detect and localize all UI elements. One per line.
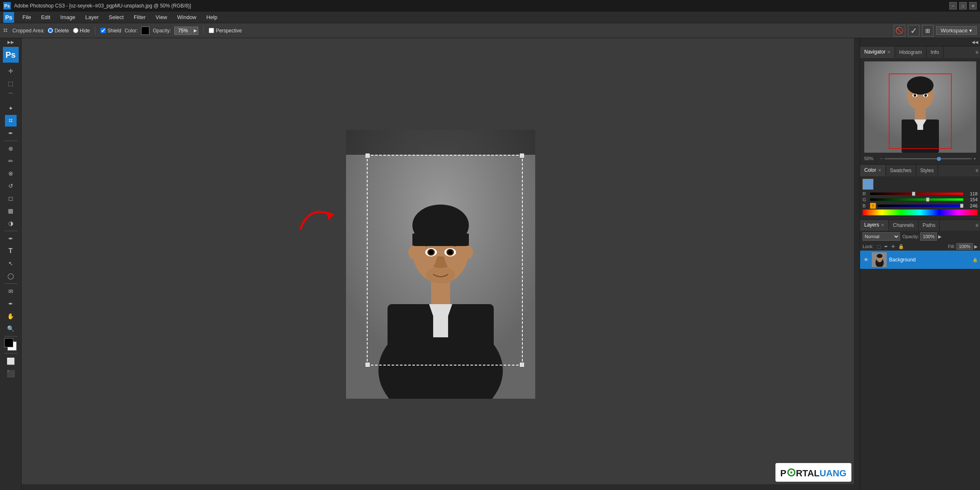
navigator-panel-menu[interactable]: ≡ (975, 49, 978, 55)
tab-color[interactable]: Color ✕ (860, 165, 886, 176)
svg-point-9 (408, 246, 418, 259)
svg-point-16 (448, 250, 452, 254)
opacity-label: Opacity: (153, 28, 171, 34)
menu-help[interactable]: Help (202, 13, 222, 21)
tab-channels[interactable]: Channels (889, 220, 919, 231)
move-tool[interactable]: ✛ (5, 65, 17, 77)
scrollbar-horizontal[interactable] (22, 484, 854, 490)
b-label: B (863, 203, 868, 208)
foreground-background-colors[interactable] (4, 338, 17, 351)
titlebar-left: Ps Adobe Photoshop CS3 - [oz-seyrek--lr0… (3, 2, 191, 10)
close-layers-tab[interactable]: ✕ (881, 223, 884, 227)
layer-item-background[interactable]: 👁 Background 🔒 (860, 251, 980, 269)
close-navigator-tab[interactable]: ✕ (887, 50, 890, 54)
shape-tool[interactable]: ◯ (5, 270, 17, 282)
tab-layers[interactable]: Layers ✕ (860, 220, 889, 231)
opacity-value-input[interactable] (920, 232, 937, 241)
menu-filter[interactable]: Filter (129, 13, 150, 21)
close-button[interactable]: ✕ (969, 2, 977, 10)
svg-point-17 (426, 267, 455, 283)
blend-mode-select[interactable]: Normal (863, 232, 900, 241)
lock-image-icon[interactable]: ✒ (884, 244, 888, 249)
hand-tool[interactable]: ✋ (5, 310, 17, 322)
eyedropper-tool[interactable]: ✒ (5, 127, 17, 139)
b-slider[interactable] (878, 205, 963, 207)
tab-info[interactable]: Info (926, 46, 943, 58)
r-thumb[interactable] (912, 192, 915, 196)
tab-swatches[interactable]: Swatches (886, 165, 916, 176)
titlebar-right: ─ □ ✕ (949, 2, 977, 10)
path-select-tool[interactable]: ↖ (5, 258, 17, 269)
healing-brush-tool[interactable]: ⊕ (5, 143, 17, 154)
zoom-slider-thumb[interactable] (937, 157, 941, 161)
quick-select-tool[interactable]: ✦ (5, 102, 17, 114)
close-color-tab[interactable]: ✕ (878, 168, 881, 173)
zoom-out-icon[interactable]: − (880, 156, 883, 161)
crop-tool[interactable]: ⌗ (5, 115, 17, 127)
pen-tool[interactable]: ✒ (5, 233, 17, 244)
fill-arrow-icon[interactable]: ▶ (974, 244, 978, 249)
cancel-crop-button[interactable]: 🚫 (894, 25, 905, 37)
brush-tool[interactable]: ✏ (5, 155, 17, 167)
menu-select[interactable]: Select (105, 13, 128, 21)
g-thumb[interactable] (926, 197, 929, 202)
shield-color-swatch[interactable] (141, 27, 149, 35)
color-spectrum[interactable] (863, 210, 978, 215)
opacity-input[interactable] (174, 27, 192, 35)
delete-option[interactable]: Delete (48, 28, 69, 34)
menu-window[interactable]: Window (173, 13, 200, 21)
menu-view[interactable]: View (151, 13, 171, 21)
tab-styles[interactable]: Styles (916, 165, 939, 176)
marquee-tool[interactable]: ⬚ (5, 78, 17, 89)
zoom-slider[interactable] (885, 158, 972, 159)
lock-position-icon[interactable]: ✛ (891, 244, 895, 249)
tab-paths[interactable]: Paths (919, 220, 940, 231)
eyedropper2-tool[interactable]: ✒ (5, 298, 17, 310)
type-tool[interactable]: T (5, 245, 17, 257)
opacity-arrow-icon[interactable]: ▶ (938, 234, 941, 239)
history-brush-tool[interactable]: ↺ (5, 180, 17, 192)
canvas-area: P⊙RTALUANG (22, 38, 860, 490)
foreground-swatch-large[interactable] (863, 179, 873, 190)
gradient-tool[interactable]: ▦ (5, 205, 17, 217)
screen-mode-btn[interactable]: ⬛ (5, 368, 17, 379)
maximize-button[interactable]: □ (959, 2, 967, 10)
minimize-button[interactable]: ─ (949, 2, 957, 10)
g-slider[interactable] (870, 198, 963, 201)
menu-image[interactable]: Image (56, 13, 79, 21)
canvas (346, 130, 535, 399)
lock-all-icon[interactable]: 🔒 (898, 244, 904, 249)
quick-mask-btn[interactable]: ⬜ (5, 355, 17, 367)
b-thumb[interactable] (960, 204, 963, 208)
perspective-option[interactable]: Perspective (209, 28, 242, 34)
confirm-crop-button[interactable]: ✓ (908, 25, 919, 37)
r-slider[interactable] (870, 193, 963, 195)
layer-visibility-toggle[interactable]: 👁 (863, 256, 869, 263)
menu-layer[interactable]: Layer (81, 13, 103, 21)
dodge-tool[interactable]: ◑ (5, 217, 17, 229)
clone-stamp-tool[interactable]: ⊗ (5, 168, 17, 179)
zoom-tool[interactable]: 🔍 (5, 323, 17, 334)
layers-panel-menu[interactable]: ≡ (975, 222, 978, 228)
color-panel-menu[interactable]: ≡ (975, 168, 978, 173)
zoom-in-icon[interactable]: + (973, 156, 976, 161)
lasso-tool[interactable]: ⌒ (5, 90, 17, 102)
foreground-color[interactable] (4, 338, 13, 347)
tab-navigator[interactable]: Navigator ✕ (860, 46, 895, 58)
red-arrow-annotation (292, 196, 346, 238)
hide-option[interactable]: Hide (73, 28, 90, 34)
lock-transparent-icon[interactable]: ⬚ (877, 244, 881, 249)
workspace-button[interactable]: Workspace ▾ (936, 26, 977, 35)
notes-tool[interactable]: ✉ (5, 285, 17, 297)
menu-edit[interactable]: Edit (37, 13, 54, 21)
divider2 (203, 27, 204, 35)
menu-file[interactable]: File (18, 13, 35, 21)
collapse-left-icon[interactable]: ◀◀ (972, 40, 978, 44)
scrollbar-vertical[interactable] (854, 38, 860, 490)
opacity-arrow[interactable]: ▶ (193, 27, 198, 35)
tab-histogram[interactable]: Histogram (895, 46, 926, 58)
shield-option[interactable]: Shield (100, 28, 121, 34)
collapse-tools-icon[interactable]: ▶▶ (7, 40, 14, 44)
fill-value-input[interactable] (956, 243, 973, 250)
eraser-tool[interactable]: ◻ (5, 193, 17, 204)
